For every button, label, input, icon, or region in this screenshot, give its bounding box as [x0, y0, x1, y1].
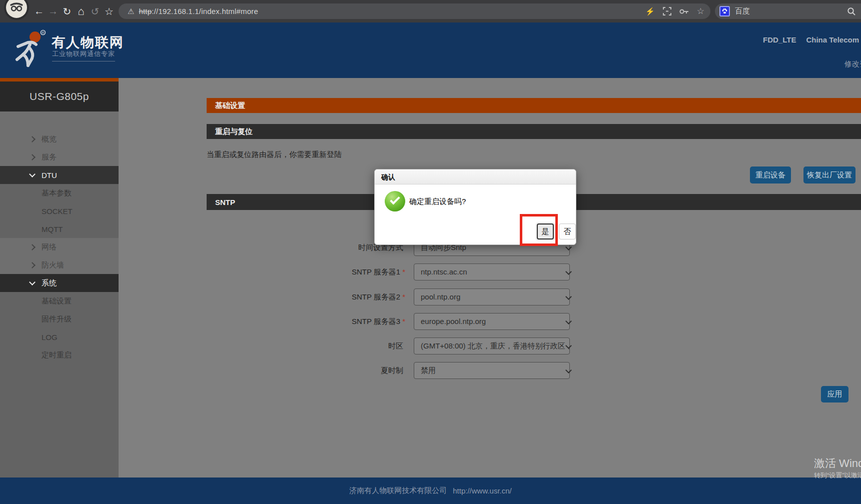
sidebar-item-basic-settings[interactable]: 基础设置 [0, 292, 119, 310]
field-label: SNTP 服务器2* [207, 288, 405, 306]
star-icon: ☆ [105, 6, 114, 18]
sidebar-item-label: LOG [42, 333, 58, 342]
brand-slogan: 工业物联网通信专家 [52, 50, 115, 62]
device-name: USR-G805p [0, 82, 119, 112]
footer-company: 济南有人物联网技术有限公司 [349, 486, 447, 496]
sidebar-item-scheduled-restart[interactable]: 定时重启 [0, 346, 119, 364]
field-label: 夏时制 [207, 362, 405, 379]
sidebar: 概览 服务 DTU 基本参数 SOCKET MQTT 网络 防火墙 系统 [0, 112, 119, 478]
page-footer: 济南有人物联网技术有限公司 http://www.usr.cn/ [0, 478, 861, 504]
browser-toolbar: ← → ↻ ⌂ ↺ ☆ ⚠ http://192.168.1.1/index.h… [0, 0, 861, 22]
sidebar-item-network[interactable]: 网络 [0, 238, 119, 256]
chevron-right-icon [29, 136, 36, 142]
sidebar-item-label: SOCKET [42, 207, 73, 216]
address-bar[interactable]: ⚠ http://192.168.1.1/index.html#more ⚡ ☆ [119, 4, 710, 19]
sidebar-item-dtu[interactable]: DTU [0, 166, 119, 184]
forward-button[interactable]: → [46, 0, 60, 22]
back-button[interactable]: ← [32, 0, 46, 22]
restart-description: 当重启或复位路由器后，你需要重新登陆 [207, 150, 342, 160]
network-status: FDD_LTE China Telecom [763, 36, 859, 44]
screenshot-frame-icon[interactable] [663, 7, 671, 16]
side-search-bar[interactable]: 百度 [715, 4, 861, 19]
search-engine-label: 百度 [735, 6, 750, 16]
dialog-title: 确认 [375, 170, 576, 184]
sidebar-item-firewall[interactable]: 防火墙 [0, 256, 119, 274]
sidebar-item-label: 系统 [42, 278, 57, 288]
home-button[interactable]: ⌂ [74, 0, 88, 22]
sidebar-item-mqtt[interactable]: MQTT [0, 220, 119, 238]
url-rest: ://192.168.1.1/index.html#more [152, 7, 258, 16]
dialog-message: 确定重启设备吗? [409, 197, 466, 206]
site-header: R 有人物联网 工业物联网通信专家 FDD_LTE China Telecom … [0, 22, 861, 78]
sidebar-item-label: 基础设置 [42, 296, 72, 306]
click-target-annotation [520, 214, 558, 246]
incognito-icon [9, 0, 24, 15]
dialog-no-button[interactable]: 否 [559, 224, 576, 240]
dst-select[interactable]: 禁用 [414, 362, 570, 379]
footer-url[interactable]: http://www.usr.cn/ [453, 486, 512, 495]
bookmark-star-icon[interactable]: ☆ [697, 6, 704, 16]
reload-button[interactable]: ↻ [60, 0, 74, 22]
required-star: * [402, 292, 405, 301]
history-button[interactable]: ↺ [88, 0, 102, 22]
reload-icon: ↻ [63, 6, 72, 18]
sidebar-item-label: 服务 [42, 152, 57, 162]
network-type: FDD_LTE [763, 36, 796, 44]
url-scheme: http [139, 7, 152, 16]
chevron-right-icon [29, 262, 36, 268]
reboot-device-button[interactable]: 重启设备 [750, 166, 791, 184]
sntp-server2-select[interactable]: pool.ntp.org [414, 288, 570, 306]
sntp-server3-select[interactable]: europe.pool.ntp.org [414, 313, 570, 330]
page-title: 基础设置 [207, 98, 861, 113]
field-label: SNTP 服务器3* [207, 313, 405, 330]
screen: ← → ↻ ⌂ ↺ ☆ ⚠ http://192.168.1.1/index.h… [0, 0, 861, 504]
timezone-select[interactable]: (GMT+08:00) 北京，重庆，香港特别行政区，乌鲁木齐 [414, 338, 570, 354]
chevron-right-icon [29, 244, 36, 250]
sidebar-item-system[interactable]: 系统 [0, 274, 119, 292]
key-icon[interactable] [679, 8, 689, 14]
required-star: * [402, 317, 405, 326]
brand-title: 有人物联网 [52, 34, 124, 52]
sidebar-item-label: 定时重启 [42, 350, 72, 360]
form-row-timezone: 时区 (GMT+08:00) 北京，重庆，香港特别行政区，乌鲁木齐 [207, 338, 861, 354]
url-text: http://192.168.1.1/index.html#more [139, 7, 258, 16]
carrier-name: China Telecom [806, 36, 859, 44]
form-row-sntp-server3: SNTP 服务器3* europe.pool.ntp.org [207, 313, 861, 330]
factory-reset-button[interactable]: 恢复出厂设置 [803, 166, 855, 184]
sidebar-item-label: MQTT [42, 225, 63, 234]
usr-logo: R [13, 30, 49, 68]
sidebar-item-label: DTU [42, 171, 57, 180]
sidebar-item-overview[interactable]: 概览 [0, 130, 119, 148]
required-star: * [402, 268, 405, 276]
chevron-right-icon [29, 154, 36, 160]
chevron-down-icon [29, 171, 36, 178]
sntp-server1-select[interactable]: ntp.ntsc.ac.cn [414, 264, 570, 280]
bookmark-button[interactable]: ☆ [102, 0, 116, 22]
incognito-avatar[interactable] [4, 0, 29, 20]
search-icon[interactable] [847, 7, 856, 16]
sidebar-accent-strip [0, 78, 119, 82]
sidebar-item-socket[interactable]: SOCKET [0, 202, 119, 220]
sidebar-item-services[interactable]: 服务 [0, 148, 119, 166]
sidebar-item-label: 基本参数 [42, 188, 72, 198]
windows-activation-watermark-line1: 激活 Windows [814, 456, 861, 471]
not-secure-warning-icon: ⚠ [128, 7, 134, 16]
bolt-icon[interactable]: ⚡ [645, 7, 655, 16]
home-icon: ⌂ [78, 5, 84, 18]
svg-text:R: R [42, 31, 44, 34]
sidebar-item-label: 网络 [42, 242, 57, 252]
confirm-check-icon [385, 191, 405, 212]
sidebar-item-basic-params[interactable]: 基本参数 [0, 184, 119, 202]
sidebar-item-log[interactable]: LOG [0, 328, 119, 346]
sidebar-item-label: 概览 [42, 134, 57, 144]
field-label: 时区 [207, 338, 405, 354]
sidebar-item-firmware-upgrade[interactable]: 固件升级 [0, 310, 119, 328]
windows-activation-watermark-line2: 转到“设置”以激活 Windows。 [814, 471, 861, 480]
sidebar-item-label: 固件升级 [42, 314, 72, 324]
change-password-link[interactable]: 修改登录密码 [844, 60, 861, 69]
field-label: SNTP 服务器1* [207, 264, 405, 280]
back-icon: ← [34, 6, 44, 17]
section-restart-title: 重启与复位 [207, 124, 861, 139]
baidu-logo-icon [719, 6, 730, 16]
apply-button[interactable]: 应用 [821, 386, 848, 402]
